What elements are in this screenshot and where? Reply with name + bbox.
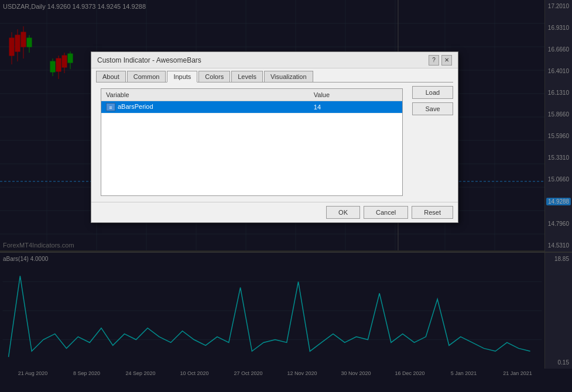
cancel-button[interactable]: Cancel bbox=[364, 206, 408, 219]
ok-button[interactable]: OK bbox=[326, 206, 360, 219]
value-cell[interactable]: 14 bbox=[309, 101, 402, 114]
load-button[interactable]: Load bbox=[412, 86, 453, 99]
tab-colors[interactable]: Colors bbox=[198, 71, 230, 82]
custom-indicator-dialog: Custom Indicator - AwesomeBars ? ✕ About… bbox=[91, 51, 458, 223]
dialog-title: Custom Indicator - AwesomeBars bbox=[97, 56, 201, 64]
tab-common[interactable]: Common bbox=[127, 71, 166, 82]
table-header: Variable Value bbox=[101, 89, 402, 101]
variable-icon: ≡ bbox=[106, 103, 115, 111]
close-button[interactable]: ✕ bbox=[441, 55, 452, 66]
tab-visualization[interactable]: Visualization bbox=[264, 71, 313, 82]
table-empty-row bbox=[101, 114, 402, 195]
variable-header: Variable bbox=[101, 89, 309, 101]
inputs-table: Variable Value ≡aBarsPeriod 14 bbox=[101, 89, 402, 195]
inputs-table-container: Variable Value ≡aBarsPeriod 14 bbox=[101, 88, 403, 196]
tab-inputs[interactable]: Inputs bbox=[167, 71, 197, 82]
table-row[interactable]: ≡aBarsPeriod 14 bbox=[101, 101, 402, 114]
tab-bar: About Common Inputs Colors Levels Visual… bbox=[91, 68, 458, 82]
reset-button[interactable]: Reset bbox=[412, 206, 453, 219]
tab-levels[interactable]: Levels bbox=[231, 71, 263, 82]
value-header: Value bbox=[309, 89, 402, 101]
help-button[interactable]: ? bbox=[429, 55, 439, 66]
dialog-titlebar: Custom Indicator - AwesomeBars ? ✕ bbox=[91, 52, 458, 68]
right-buttons: Load Save bbox=[412, 86, 453, 198]
tab-about[interactable]: About bbox=[96, 71, 126, 82]
dialog-overlay: Custom Indicator - AwesomeBars ? ✕ About… bbox=[0, 0, 572, 392]
dialog-controls: ? ✕ bbox=[429, 55, 452, 66]
dialog-footer: OK Cancel Reset bbox=[91, 202, 458, 222]
variable-cell: ≡aBarsPeriod bbox=[101, 101, 309, 114]
save-button[interactable]: Save bbox=[412, 102, 453, 115]
